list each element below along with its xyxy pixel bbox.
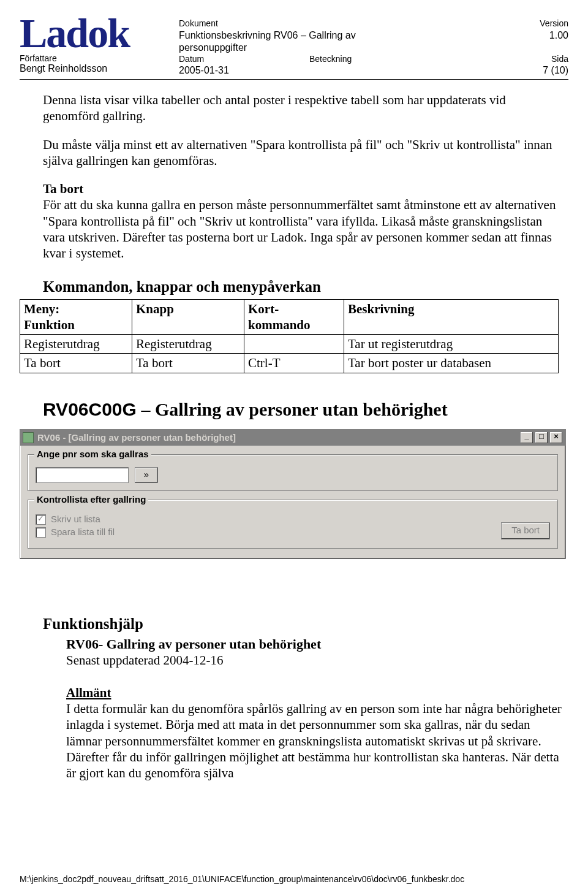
group-kontrollista: Kontrollista efter gallring ✓ Skriv ut l…: [28, 500, 558, 549]
title-bar: RV06 - [Gallring av personer utan behöri…: [20, 430, 565, 446]
commands-table: Meny:Funktion Knapp Kort-kommando Beskri…: [20, 299, 559, 373]
checkbox-spara-fil[interactable]: [36, 527, 46, 538]
paragraph-1: Denna lista visar vilka tabeller och ant…: [43, 92, 564, 124]
doc-value: Funktionsbeskrivning RV06 – Gallring av …: [179, 29, 363, 54]
page-value: 7 (10): [513, 64, 568, 77]
page-label: Sida: [513, 54, 568, 65]
table-row: Registerutdrag Registerutdrag Tar ut reg…: [20, 335, 559, 354]
cell: Ta bort: [132, 354, 244, 373]
ta-bort-paragraph: Ta bort För att du ska kunna gallra en p…: [43, 181, 564, 261]
close-button[interactable]: ×: [549, 432, 563, 444]
cell: Tar ut registerutdrag: [344, 335, 559, 354]
logo: Ladok: [20, 15, 179, 52]
date-label: Datum: [179, 54, 289, 65]
cell: Registerutdrag: [132, 335, 244, 354]
doc-label: Dokument: [179, 18, 363, 29]
author-value: Bengt Reinholdsson: [20, 63, 179, 74]
section2-code: RV06C00G: [43, 399, 137, 419]
section2-heading: RV06C00G – Gallring av personer utan beh…: [20, 398, 564, 421]
commands-heading: Kommandon, knappar och menypåverkan: [20, 277, 564, 296]
help-subheading: RV06- Gallring av personer utan behörigh…: [66, 636, 564, 653]
page-header: Ladok Författare Bengt Reinholdsson Doku…: [20, 15, 568, 80]
footer-path: M:\jenkins_doc2pdf_nouveau_driftsatt_201…: [20, 874, 464, 884]
cell: [244, 335, 344, 354]
ta-bort-button[interactable]: Ta bort: [501, 522, 550, 539]
cell: Ta bort: [20, 354, 132, 373]
table-row: Ta bort Ta bort Ctrl-T Tar bort poster u…: [20, 354, 559, 373]
sign-label: Beteckning: [309, 54, 493, 65]
th-meny: Meny:Funktion: [20, 299, 132, 335]
cell: Ctrl-T: [244, 354, 344, 373]
group-pnr-title: Ange pnr som ska gallras: [34, 449, 151, 460]
pnr-input[interactable]: [36, 467, 129, 483]
checkbox-skriv-ut-label: Skriv ut lista: [51, 514, 100, 525]
group-kontrollista-title: Kontrollista efter gallring: [34, 494, 148, 506]
maximize-button[interactable]: □: [535, 432, 548, 444]
group-pnr: Ange pnr som ska gallras »: [28, 454, 558, 491]
allmant-text: I detta formulär kan du genomföra spårlö…: [66, 701, 564, 781]
pnr-lookup-button[interactable]: »: [135, 467, 158, 483]
version-value: 1.00: [513, 29, 568, 54]
th-beskr: Beskrivning: [344, 299, 559, 335]
window-title: RV06 - [Gallring av personer utan behöri…: [37, 432, 236, 444]
th-kort: Kort-kommando: [244, 299, 344, 335]
app-window: RV06 - [Gallring av personer utan behöri…: [20, 429, 566, 559]
cell: Tar bort poster ur databasen: [344, 354, 559, 373]
paragraph-2: Du måste välja minst ett av alternativen…: [43, 137, 564, 169]
th-knapp: Knapp: [132, 299, 244, 335]
section2-title: – Gallring av personer utan behörighet: [137, 399, 448, 419]
help-heading: Funktionshjälp: [20, 614, 564, 633]
date-value: 2005-01-31: [179, 64, 289, 77]
allmant-heading: Allmänt: [66, 685, 564, 701]
app-icon: [23, 432, 34, 443]
ta-bort-heading: Ta bort: [43, 181, 83, 196]
version-label: Version: [513, 18, 568, 29]
checkbox-spara-fil-label: Spara lista till fil: [51, 527, 115, 538]
checkbox-skriv-ut[interactable]: ✓: [36, 514, 46, 525]
ta-bort-text: För att du ska kunna gallra en person må…: [43, 197, 556, 261]
help-updated: Senast uppdaterad 2004-12-16: [66, 652, 564, 668]
cell: Registerutdrag: [20, 335, 132, 354]
minimize-button[interactable]: _: [520, 432, 533, 444]
